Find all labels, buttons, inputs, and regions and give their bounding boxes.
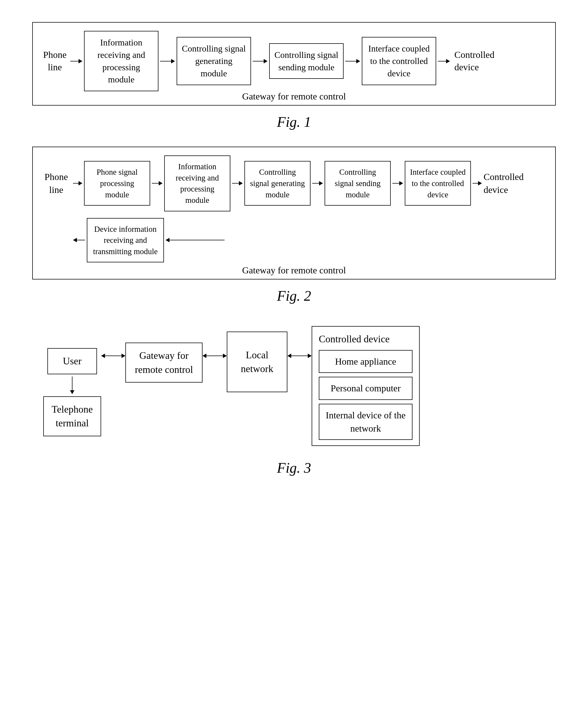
fig1-caption: Fig. 1 (17, 114, 571, 130)
arrow-head-icon (356, 59, 360, 63)
fig1-module-2: Controlling signal generating module (176, 37, 251, 85)
fig3-user-col: User Telephone terminal (43, 326, 101, 436)
fig2-arrow-1 (152, 181, 163, 185)
fig1-arrow-0 (70, 59, 82, 63)
fig3-device-item-2: Internal device of the network (319, 404, 413, 440)
fig2-bottom-row: Device information receiving and transmi… (41, 218, 547, 263)
fig1-flow-row: Phone line Information receiving and pro… (41, 31, 547, 91)
arrow-head-left-icon (287, 354, 291, 358)
figure-1-section: Phone line Information receiving and pro… (17, 22, 571, 130)
arrow-head-right-icon (223, 354, 227, 358)
fig3-network-device-arrows (287, 354, 312, 358)
fig2-arrow-left-out (73, 238, 85, 242)
fig2-top-row: Phone line Phone signal processing modul… (41, 156, 547, 211)
fig2-arrow-4 (392, 181, 403, 185)
arrow-head-left-icon (101, 354, 105, 358)
fig2-module-3: Controlling signal generating module (245, 161, 311, 206)
arrow-head-left-icon (166, 238, 169, 242)
arrow-head-icon (79, 59, 82, 63)
arrow-head-left-icon (203, 354, 206, 358)
fig1-arrow-1 (160, 59, 175, 63)
fig2-caption: Fig. 2 (17, 288, 571, 304)
fig3-local-network-box: Local network (227, 332, 287, 392)
fig2-arrow-in (73, 181, 82, 185)
fig3-caption: Fig. 3 (17, 460, 571, 476)
fig1-arrow-3 (345, 59, 360, 63)
arrow-line-icon (105, 355, 122, 356)
arrow-line-icon (206, 355, 223, 356)
fig2-module-5: Interface coupled to the controlled devi… (405, 161, 471, 206)
fig3-user-box: User (47, 348, 97, 374)
arrow-down-icon (70, 390, 75, 394)
fig3-diagram: User Telephone terminal Gateway for remo… (32, 321, 556, 451)
figure-2-section: Phone line Phone signal processing modul… (17, 147, 571, 304)
fig1-module-4: Interface coupled to the controlled devi… (362, 37, 436, 85)
fig1-module-1: Information receiving and processing mod… (84, 31, 159, 91)
fig2-module-1: Phone signal processing module (84, 161, 150, 206)
fig3-controlled-device-outer: Controlled device Home appliance Persona… (312, 326, 420, 446)
fig2-arrow-left-in (166, 238, 225, 242)
fig2-module-2: Information receiving and processing mod… (164, 156, 230, 211)
fig1-gateway-box: Phone line Information receiving and pro… (32, 22, 556, 106)
arrow-head-icon (79, 181, 82, 185)
fig1-phone-line-label: Phone line (41, 49, 69, 73)
fig1-arrow-2 (253, 59, 268, 63)
fig1-controlled-device-label: Controlled device (454, 49, 493, 73)
fig2-controlled-device-label: Controlled device (484, 170, 519, 197)
fig1-gateway-label: Gateway for remote control (242, 91, 346, 102)
fig3-down-arrow (70, 376, 75, 394)
fig2-diagram: Phone line Phone signal processing modul… (32, 147, 556, 280)
fig1-diagram: Phone line Information receiving and pro… (32, 22, 556, 106)
fig1-module-3: Controlling signal sending module (269, 43, 343, 79)
fig2-gateway-label: Gateway for remote control (242, 265, 346, 275)
fig3-device-item-0: Home appliance (319, 350, 413, 373)
arrow-head-icon (264, 59, 268, 63)
fig3-user-gateway-arrows (101, 354, 125, 358)
fig2-arrow-2 (232, 181, 243, 185)
fig3-controlled-device-items: Home appliance Personal computer Interna… (319, 350, 413, 440)
fig2-bottom-module: Device information receiving and transmi… (87, 218, 164, 263)
arrow-head-icon (319, 181, 323, 185)
fig3-layout: User Telephone terminal Gateway for remo… (32, 321, 556, 451)
fig3-gateway-box: Gateway for remote control (125, 343, 203, 383)
arrow-head-icon (171, 59, 175, 63)
arrow-head-icon (478, 181, 482, 185)
fig2-gateway-box: Phone line Phone signal processing modul… (32, 147, 556, 280)
fig2-phone-line-label: Phone line (41, 170, 71, 197)
arrow-head-right-icon (308, 354, 312, 358)
arrow-head-icon (159, 181, 163, 185)
fig3-local-network-col: Local network (227, 332, 287, 392)
arrow-head-right-icon (122, 354, 125, 358)
fig3-gateway-network-arrows (203, 354, 227, 358)
arrow-head-icon (446, 59, 450, 63)
fig3-telephone-box: Telephone terminal (43, 396, 101, 436)
fig3-gateway-col: Gateway for remote control (125, 343, 203, 383)
fig3-device-item-1: Personal computer (319, 377, 413, 400)
arrow-head-icon (239, 181, 243, 185)
fig1-arrow-4 (438, 59, 450, 63)
arrow-head-icon (399, 181, 403, 185)
fig2-module-4: Controlling signal sending module (324, 161, 391, 206)
arrow-line-icon (291, 355, 308, 356)
fig3-controlled-device-title: Controlled device (319, 332, 413, 346)
figure-3-section: User Telephone terminal Gateway for remo… (17, 321, 571, 476)
v-line-icon (72, 376, 72, 390)
fig2-arrow-out (472, 181, 482, 185)
fig2-arrow-3 (312, 181, 323, 185)
arrow-head-left-icon (73, 238, 77, 242)
